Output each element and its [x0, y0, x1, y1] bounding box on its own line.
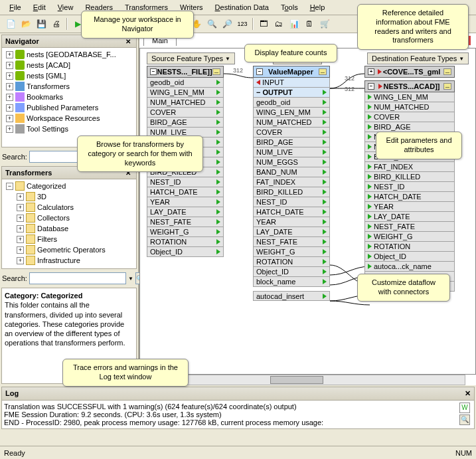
nav-search-label: Search:	[2, 153, 27, 161]
nav-item[interactable]: +Tool Settings	[3, 124, 135, 134]
tb-1[interactable]: 🗔	[257, 17, 270, 31]
tree-item[interactable]: +Infrastructure	[3, 255, 135, 266]
callout-transformers: Browse for transformers by category or s…	[77, 136, 203, 172]
writer-node-acad[interactable]: −NESTS...ACAD]]...WING_LEN_MMNUM_HATCHED…	[364, 80, 455, 292]
tb-4[interactable]: 🗓	[303, 17, 316, 31]
nav-item[interactable]: +nests [GEODATABASE_F...	[3, 49, 135, 60]
callout-counts: Display feature counts	[244, 44, 337, 62]
menu-destination[interactable]: Destination Data	[210, 2, 274, 13]
tree-root[interactable]: −Categorized	[3, 181, 135, 191]
transformer-node[interactable]: −ValueMapper...INPUT−OUTPUTgeodb_oidWING…	[253, 66, 330, 301]
log-icon-1[interactable]: W	[459, 403, 470, 413]
menu-file[interactable]: FFileile	[4, 2, 27, 13]
trans-search-input[interactable]	[29, 272, 126, 284]
log-close[interactable]: ✕	[465, 389, 471, 398]
callout-params: Edit parameters and attributes	[376, 132, 462, 159]
callout-help: Reference detailed information about FME…	[357, 4, 469, 50]
nav-item[interactable]: +nests [ACAD]	[3, 60, 135, 70]
callout-log: Trace errors and warnings in the Log tex…	[62, 359, 189, 387]
print-btn[interactable]: 🖨	[50, 17, 63, 31]
navigator-tree[interactable]: +nests [GEODATABASE_F...+nests [ACAD]+ne…	[2, 48, 136, 147]
feature-count-3: 312	[345, 86, 355, 92]
menu-tools[interactable]: Tools	[276, 2, 303, 13]
log-text[interactable]: Translation was SUCCESSFUL with 1 warnin…	[4, 403, 457, 426]
tree-item[interactable]: +Calculators	[3, 202, 135, 213]
tb-store[interactable]: 🛒	[318, 17, 331, 31]
zoomin-btn[interactable]: 🔍	[205, 17, 218, 31]
writer-node-gml[interactable]: +<COVE...TS_gml...	[364, 66, 455, 78]
tree-item[interactable]: +Database	[3, 223, 135, 234]
status-num: NUM	[455, 449, 472, 457]
nav-item[interactable]: +Published Parameters	[3, 102, 135, 113]
zoom100-btn[interactable]: 123	[236, 17, 249, 31]
nav-item[interactable]: +nests [GML]	[3, 70, 135, 81]
menu-view[interactable]: View	[52, 2, 79, 13]
navigator-close[interactable]: ✕	[123, 38, 133, 45]
tb-2[interactable]: 🗂	[272, 17, 285, 31]
menu-edit[interactable]: Edit	[28, 2, 51, 13]
tree-item[interactable]: +Filters	[3, 234, 135, 244]
tree-item[interactable]: +Geometric Operators	[3, 244, 135, 255]
tree-item[interactable]: +3D	[3, 191, 135, 202]
zoomout-btn[interactable]: 🔎	[220, 17, 234, 31]
section-dest[interactable]: Destination Feature Types▼	[367, 52, 469, 64]
trans-search-label: Search:	[2, 274, 27, 282]
open-btn[interactable]: 📂	[19, 17, 33, 31]
feature-count-2: 312	[345, 75, 355, 82]
tb-3[interactable]: 📊	[287, 17, 301, 31]
feature-count-1: 312	[233, 67, 243, 74]
log-icon-2[interactable]: 🔍	[459, 414, 470, 425]
workspace-canvas[interactable]: Main ✕ Source Feature Types▼ Data Flow▼ …	[139, 33, 476, 385]
status-ready: Ready	[4, 449, 25, 457]
nav-item[interactable]: +Bookmarks	[3, 92, 135, 102]
log-panel: Log✕ Translation was SUCCESSFUL with 1 w…	[1, 387, 475, 429]
section-source[interactable]: Source Feature Types▼	[147, 52, 235, 64]
status-bar: Ready NUM	[0, 446, 476, 459]
callout-navigator: Manage your workspace in Navigator	[81, 11, 194, 39]
callout-connectors: Customize dataflow with connectors	[357, 274, 450, 302]
nav-item[interactable]: +Transformers	[3, 81, 135, 92]
new-btn[interactable]: 📄	[4, 17, 17, 31]
save-btn[interactable]: 💾	[35, 17, 48, 31]
menu-help[interactable]: Help	[305, 2, 331, 13]
nav-item[interactable]: +Workspace Resources	[3, 113, 135, 124]
transformers-tree[interactable]: −Categorized+3D+Calculators+Collectors+D…	[2, 179, 136, 268]
tree-item[interactable]: +Collectors	[3, 213, 135, 223]
